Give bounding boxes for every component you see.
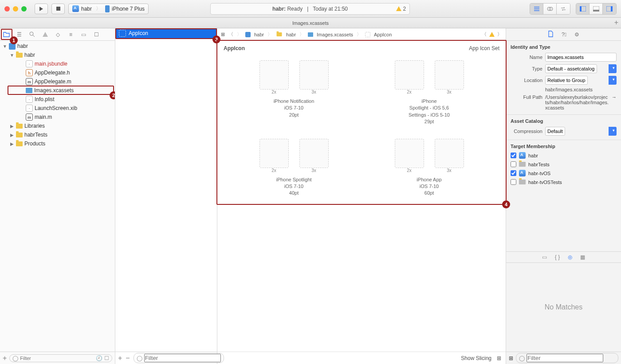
tree-file-mainjsbundle[interactable]: ·main.jsbundle	[0, 59, 115, 68]
panel-toggles	[576, 3, 617, 15]
code-snippet-library-icon[interactable]: { }	[555, 254, 560, 260]
folder-icon	[277, 32, 282, 36]
type-select[interactable]: Default - assetcatalog	[545, 64, 597, 73]
forward-button[interactable]: 〉	[237, 31, 242, 38]
arrows-icon	[560, 6, 566, 12]
library-view-icon[interactable]: ⊞	[509, 355, 513, 361]
prev-issue-button[interactable]: 〈	[482, 31, 487, 38]
next-issue-button[interactable]: 〉	[497, 31, 502, 38]
attributes-inspector-icon[interactable]: ⚙︎	[574, 31, 579, 38]
tree-folder-habrtests[interactable]: ▶habrTests	[0, 130, 115, 139]
svg-rect-3	[580, 6, 582, 12]
asset-filter-input[interactable]	[144, 354, 221, 362]
back-button[interactable]: 〈	[228, 31, 233, 38]
minimize-window-icon[interactable]	[13, 6, 18, 12]
tree-file-appdelegate-h[interactable]: hAppDelegate.h	[0, 68, 115, 77]
app-target-icon	[519, 170, 526, 176]
tree-file-launchscreen[interactable]: ·LaunchScreen.xib	[0, 104, 115, 113]
issues-indicator[interactable]: 2	[396, 6, 406, 12]
tree-label: main.m	[35, 114, 52, 120]
crumb-1[interactable]: habr	[254, 32, 264, 37]
tree-folder-products[interactable]: ▶Products	[0, 139, 115, 148]
symbol-navigator-icon[interactable]	[28, 31, 36, 38]
warning-icon	[489, 32, 495, 37]
tree-file-main-m[interactable]: mmain.m	[0, 113, 115, 121]
stop-button[interactable]	[51, 4, 65, 14]
show-slicing-button[interactable]: Show Slicing	[461, 355, 491, 361]
zoom-window-icon[interactable]	[21, 6, 27, 12]
lines-icon	[534, 6, 540, 12]
tree-file-appdelegate-m[interactable]: mAppDelegate.m	[0, 77, 115, 86]
navigator-selector: ☰ ◇ ≡ ▭ ☐ 1	[0, 28, 115, 41]
library-filter[interactable]: ◯	[516, 353, 618, 363]
crumb-3[interactable]: Images.xcassets	[317, 32, 353, 37]
header-file-icon: h	[26, 69, 33, 76]
new-tab-button[interactable]: +	[614, 19, 618, 27]
annotation-box-4	[216, 40, 507, 205]
recent-filter-icon[interactable]: 🕘	[96, 355, 102, 361]
media-library-icon[interactable]: ▦	[580, 254, 585, 260]
tree-project-root[interactable]: ▼habr	[0, 42, 115, 51]
tree-folder-libraries[interactable]: ▶Libraries	[0, 121, 115, 130]
crumb-2[interactable]: habr	[286, 32, 296, 37]
reveal-path-icon[interactable]: →	[612, 94, 617, 100]
tree-label: Libraries	[24, 123, 45, 129]
scheme-selector[interactable]: habr 〉 iPhone 7 Plus	[68, 4, 149, 14]
document-tab[interactable]: Images.xcassets	[292, 20, 329, 26]
navigator-filter-input[interactable]	[20, 356, 94, 361]
navigator-panel: ☰ ◇ ≡ ▭ ☐ 1 ▼habr ▼habr ·main.jsbundle h…	[0, 28, 115, 364]
right-panel-toggle[interactable]	[603, 4, 616, 14]
issue-navigator-icon[interactable]	[41, 31, 49, 38]
target-checkbox[interactable]	[511, 170, 516, 176]
standard-editor-button[interactable]	[530, 4, 543, 14]
file-inspector-icon[interactable]	[548, 31, 554, 39]
navigator-footer: + ◯ 🕘 ☐	[0, 352, 115, 364]
tree-label: AppDelegate.h	[35, 70, 70, 76]
asset-filter[interactable]: ◯	[134, 353, 224, 363]
status-sep: |	[307, 6, 308, 12]
target-membership-row: habr	[506, 151, 621, 160]
tree-file-info-plist[interactable]: ·Info.plist	[0, 95, 115, 104]
name-field[interactable]	[545, 53, 617, 62]
close-window-icon[interactable]	[4, 6, 10, 12]
quick-help-icon[interactable]: ?⃝	[562, 31, 566, 38]
object-library-icon[interactable]: ◎	[568, 254, 572, 260]
view-mode-grid-icon[interactable]: ⊞	[497, 355, 501, 361]
library-selector: ▭ { } ◎ ▦	[506, 251, 621, 263]
add-button[interactable]: +	[3, 354, 7, 362]
add-asset-button[interactable]: +	[118, 354, 122, 362]
breakpoint-navigator-icon[interactable]: ▭	[80, 31, 87, 38]
remove-asset-button[interactable]: −	[126, 354, 130, 362]
folder-icon	[16, 141, 23, 146]
scm-filter-icon[interactable]: ☐	[104, 355, 109, 361]
location-select[interactable]: Relative to Group	[545, 76, 588, 85]
crumb-4[interactable]: AppIcon	[374, 32, 392, 37]
target-name: habr	[528, 153, 538, 158]
target-checkbox[interactable]	[511, 161, 516, 167]
bottom-panel-toggle[interactable]	[590, 4, 603, 14]
related-items-icon[interactable]: ⊞	[221, 31, 225, 37]
report-navigator-icon[interactable]: ☐	[93, 31, 100, 38]
asset-outline-footer: + − ◯	[115, 352, 217, 364]
target-checkbox[interactable]	[511, 153, 516, 158]
asset-editor: ⊞ 〈 〉 habr〉 habr〉 Images.xcassets〉 AppIc…	[217, 28, 506, 364]
navigator-filter[interactable]: ◯ 🕘 ☐	[9, 354, 112, 362]
library-filter-input[interactable]	[527, 354, 603, 362]
svg-rect-5	[593, 10, 599, 12]
compression-select[interactable]: Default	[545, 127, 565, 136]
name-label: Name	[511, 55, 542, 60]
fullpath-label: Full Path	[511, 94, 542, 100]
tree-folder-habr[interactable]: ▼habr	[0, 51, 115, 59]
editor-mode-segment	[530, 3, 570, 15]
tree-label: Products	[24, 141, 45, 147]
stop-icon	[56, 7, 60, 11]
test-navigator-icon[interactable]: ◇	[54, 31, 62, 38]
file-template-library-icon[interactable]: ▭	[542, 254, 547, 260]
target-checkbox[interactable]	[511, 179, 516, 185]
run-button[interactable]	[35, 4, 48, 14]
source-control-navigator-icon[interactable]: ☰	[16, 31, 23, 38]
left-panel-toggle[interactable]	[576, 4, 590, 14]
debug-navigator-icon[interactable]: ≡	[67, 31, 75, 38]
assistant-editor-button[interactable]	[543, 4, 557, 14]
version-editor-button[interactable]	[557, 4, 570, 14]
